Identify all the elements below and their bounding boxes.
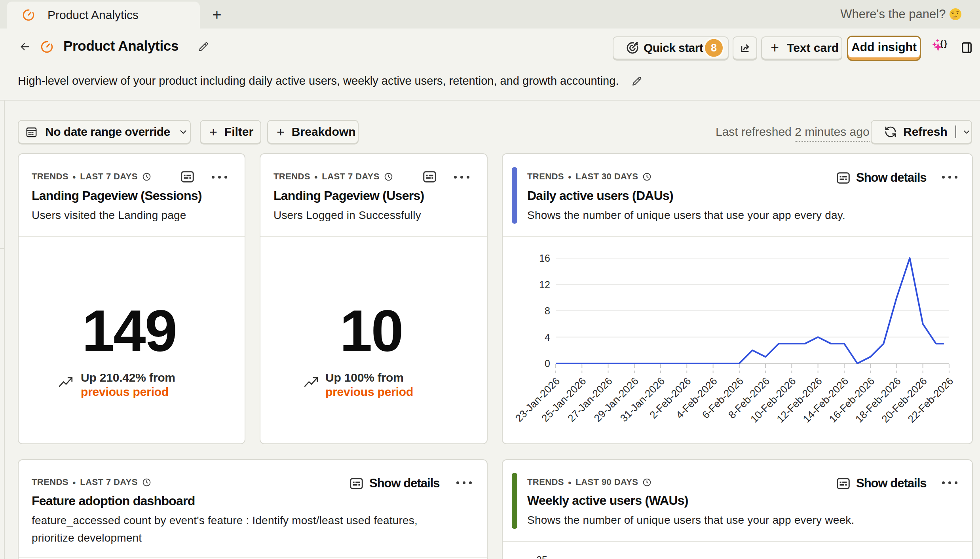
svg-text:4: 4: [545, 332, 550, 343]
svg-text:16: 16: [539, 253, 550, 264]
svg-text:{}: {}: [940, 39, 948, 48]
svg-text:8: 8: [545, 305, 550, 316]
svg-text:0: 0: [545, 358, 550, 369]
svg-text:12: 12: [539, 279, 550, 290]
